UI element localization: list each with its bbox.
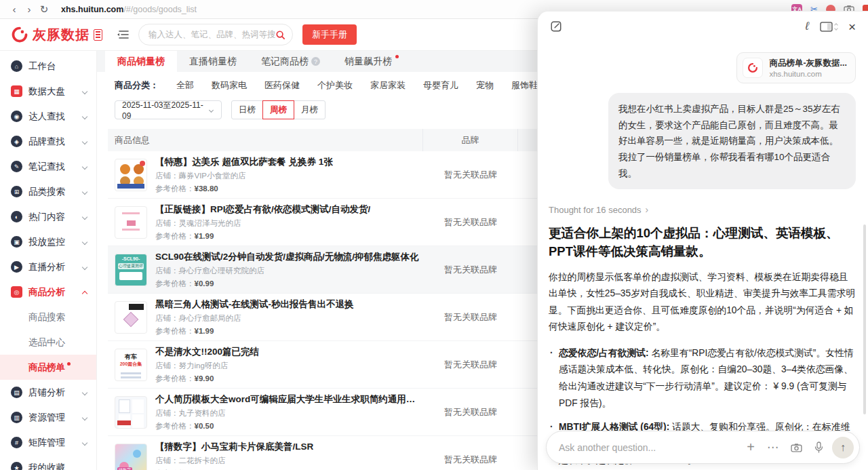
product-title[interactable]: 【正版链接】RPI恋爱占有欲/依恋模式测试/自动发货/ [155, 203, 370, 216]
panel-position-icon[interactable] [820, 22, 837, 32]
product-info-cell: 猜数字【猜数字】小马宝莉卡片保底美普/LSR店铺：二花拆卡的店参考价格：¥9.9… [108, 441, 423, 470]
new-chat-icon[interactable] [550, 20, 562, 33]
category-家居家装[interactable]: 家居家装 [370, 79, 406, 92]
product-title[interactable]: 不是清水文!!200篇已完结 [155, 346, 259, 358]
product-price: 参考价格：¥0.99 [155, 279, 419, 289]
sidebar-item-资源管理[interactable]: ▥资源管理 [0, 405, 96, 430]
panel-resize-chevrons-icon[interactable] [835, 24, 837, 30]
category-母婴育儿[interactable]: 母婴育儿 [423, 79, 458, 92]
browser-forward-button[interactable]: › [22, 3, 37, 15]
category-数码家电[interactable]: 数码家电 [212, 79, 247, 92]
global-search[interactable] [138, 24, 293, 45]
投放监控-icon: ▣ [11, 236, 22, 248]
column-brand[interactable]: 品牌 [423, 129, 518, 151]
more-options-icon[interactable]: ⋯ [767, 440, 778, 454]
product-shop: 店铺：二花拆卡的店 [155, 456, 313, 466]
sidebar-item-商品榜单[interactable]: 商品榜单 [0, 355, 96, 380]
sidebar-item-商品分析[interactable]: ◎商品分析 [0, 279, 96, 305]
pen-style-icon[interactable]: ℓ [805, 20, 809, 33]
sidebar-item-店铺分析[interactable]: ▤店铺分析 [0, 380, 96, 405]
brand-cell: 暂无关联品牌 [423, 216, 518, 229]
address-bar[interactable]: xhs.huitun.com/#/goods/goods_list [61, 5, 197, 14]
product-image [115, 301, 147, 334]
tab-直播销量榜[interactable]: 直播销量榜 [177, 51, 249, 72]
sidebar-item-label: 达人查找 [28, 111, 65, 123]
product-title[interactable]: 【特惠】达美乐 超值双比萨套餐 兑换券 1张 [155, 156, 333, 168]
sidebar-item-品牌查找[interactable]: ◈品牌查找 [0, 129, 96, 154]
page-context-chip[interactable]: 商品榜单-灰豚数据... xhs.huitun.com [736, 52, 856, 83]
tab-商品销量榜[interactable]: 商品销量榜 [105, 51, 177, 72]
ai-question-input[interactable] [559, 442, 741, 453]
brand-cell: 暂无关联品牌 [423, 454, 518, 466]
chevron-down-icon [82, 138, 87, 144]
global-search-input[interactable] [149, 30, 275, 39]
thought-toggle[interactable]: Thought for 16 seconds › [549, 204, 856, 215]
sidebar-item-我的收藏[interactable]: ★我的收藏 [0, 455, 96, 470]
sidebar-item-选品中心[interactable]: 选品中心 [0, 330, 96, 355]
sidebar-item-矩阵管理[interactable]: #矩阵管理 [0, 430, 96, 455]
url-path: /#/goods/goods_list [123, 5, 197, 14]
period-日榜[interactable]: 日榜 [231, 100, 263, 119]
sidebar-item-数据大盘[interactable]: ▦数据大盘 [0, 79, 96, 104]
new-badge-dot [395, 55, 399, 58]
tab-label: 销量飙升榜 [344, 56, 392, 68]
category-全部[interactable]: 全部 [176, 79, 194, 92]
product-title[interactable]: 【猜数字】小马宝莉卡片保底美普/LSR [155, 441, 313, 453]
product-title[interactable]: 黑暗三角人格测试-在线测试-秒出报告售出不退换 [155, 298, 354, 311]
品类搜索-icon: ⊞ [11, 186, 22, 197]
search-icon[interactable] [275, 30, 285, 40]
tab-销量飙升榜[interactable]: 销量飙升榜 [332, 51, 404, 72]
chevron-right-icon: › [646, 204, 649, 215]
column-product-info[interactable]: 商品信息 [108, 129, 423, 151]
browser-reload-button[interactable]: ↻ [37, 3, 52, 16]
date-range-value: 2025-11-03至2025-11-09 [122, 100, 210, 121]
collapse-sidebar-icon[interactable] [117, 30, 129, 39]
panel-scrollbar[interactable] [863, 224, 866, 414]
product-image: -SCL90-心理健康测评 [115, 254, 147, 286]
sidebar-item-商品搜索[interactable]: 商品搜索 [0, 305, 96, 330]
矩阵管理-icon: # [11, 437, 22, 448]
product-title[interactable]: SCL90在线测试/2分钟自动发货/虚拟商品/无物流/抑郁焦虑躯体化 [155, 251, 419, 263]
我的收藏-icon: ★ [11, 462, 22, 470]
chevron-down-icon [82, 163, 87, 169]
品牌查找-icon: ◈ [11, 136, 22, 147]
product-price: 参考价格：¥1.99 [155, 231, 370, 241]
sidebar-item-工作台[interactable]: ⌂工作台 [0, 54, 96, 79]
sidebar-item-label: 品牌查找 [28, 136, 65, 148]
microphone-icon[interactable] [814, 442, 823, 453]
sidebar-item-笔记查找[interactable]: ✎笔记查找 [0, 154, 96, 179]
close-panel-icon[interactable]: × [848, 20, 856, 33]
product-title[interactable]: 个人简历模板大全word可编辑应届大学生毕业生求职简约通用高端 [155, 393, 420, 406]
sidebar-item-投放监控[interactable]: ▣投放监控 [0, 229, 96, 254]
sidebar-item-label: 笔记查找 [28, 161, 65, 173]
category-宠物[interactable]: 宠物 [476, 79, 494, 92]
huitun-logo[interactable]: 灰豚数据 [11, 26, 113, 44]
sidebar-item-达人查找[interactable]: ◉达人查找 [0, 104, 96, 129]
period-月榜[interactable]: 月榜 [294, 100, 326, 119]
product-price: 参考价格：¥9.90 [155, 374, 259, 384]
date-range-select[interactable]: 2025-11-03至2025-11-09 [115, 100, 222, 119]
period-周榜[interactable]: 周榜 [262, 100, 294, 119]
send-button[interactable]: ↑ [832, 437, 854, 458]
screenshot-camera-icon[interactable] [791, 443, 802, 452]
beginner-handbook-button[interactable]: 新手手册 [302, 24, 357, 45]
tab-笔记商品榜[interactable]: 笔记商品榜? [249, 51, 332, 72]
sidebar-item-品类搜索[interactable]: ⊞品类搜索 [0, 179, 96, 204]
sidebar-item-直播分析[interactable]: ▶直播分析 [0, 254, 96, 279]
attach-plus-icon[interactable]: + [747, 439, 755, 455]
context-page-domain: xhs.huitun.com [769, 70, 847, 78]
chevron-down-icon [82, 264, 87, 269]
thought-label: Thought for 16 seconds [549, 205, 642, 215]
category-个护美妆[interactable]: 个护美妆 [317, 79, 353, 92]
sidebar-item-热门内容[interactable]: ◐热门内容 [0, 204, 96, 229]
browser-back-button[interactable]: ‹ [7, 3, 22, 15]
help-icon[interactable]: ? [311, 57, 320, 66]
product-image [115, 159, 147, 191]
ai-input-bar[interactable]: + ⋯ ↑ [546, 431, 860, 464]
笔记查找-icon: ✎ [11, 161, 22, 172]
product-image [115, 206, 147, 239]
category-label: 商品分类： [115, 79, 159, 92]
logo-badge [94, 29, 102, 41]
tab-label: 笔记商品榜 [261, 56, 309, 68]
category-医药保健[interactable]: 医药保健 [264, 79, 300, 92]
